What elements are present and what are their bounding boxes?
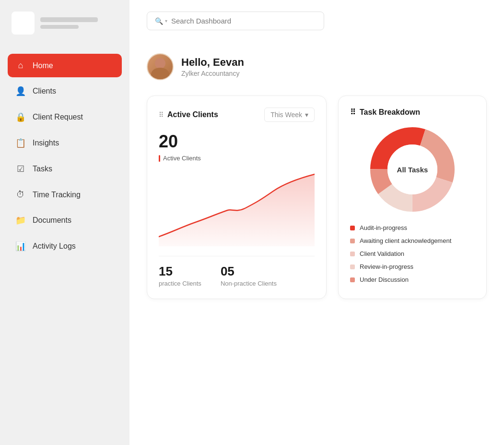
- client-request-icon: 🔒: [15, 112, 26, 122]
- main-content: 🔍 ▾ Hello, Eevan Zylker Accountancy ⠿ Ac: [129, 0, 504, 445]
- sidebar-item-clients[interactable]: 👤 Clients: [8, 79, 122, 103]
- sidebar-item-label: Documents: [33, 216, 71, 225]
- legend-item: Client Validation: [350, 250, 475, 257]
- sidebar: ⌂ Home 👤 Clients 🔒 Client Request 📋 Insi…: [0, 0, 129, 445]
- sidebar-item-label: Client Request: [33, 113, 83, 121]
- legend-label: Audit-in-progress: [360, 224, 407, 231]
- non-practice-clients-stat: 05 Non-practice Clients: [221, 264, 277, 287]
- week-label: This Week: [270, 111, 302, 119]
- donut-chart-wrap: All Tasks: [350, 126, 475, 213]
- practice-label: practice Clients: [159, 280, 201, 287]
- card-title-row: ⠿ Active Clients: [159, 110, 218, 119]
- search-input[interactable]: [171, 17, 316, 25]
- clients-icon: 👤: [15, 86, 26, 96]
- logo-text: [40, 17, 98, 29]
- task-card-title: ⠿ Task Breakdown: [350, 108, 475, 117]
- cards-row: ⠿ Active Clients This Week ▾ 20 Active C…: [147, 96, 487, 299]
- sidebar-item-label: Tasks: [33, 165, 52, 173]
- search-dropdown-icon: ▾: [165, 18, 167, 24]
- sidebar-item-label: Insights: [33, 139, 59, 147]
- practice-count: 15: [159, 264, 201, 279]
- avatar: [147, 53, 174, 80]
- active-clients-title: Active Clients: [167, 110, 218, 119]
- active-clients-label: Active Clients: [159, 155, 315, 162]
- legend-dot: [350, 277, 355, 282]
- header: 🔍 ▾: [129, 0, 504, 42]
- tasks-icon: ☑: [15, 164, 26, 174]
- legend-dot: [350, 252, 355, 256]
- sidebar-item-client-request[interactable]: 🔒 Client Request: [8, 105, 122, 129]
- practice-clients-stat: 15 practice Clients: [159, 264, 201, 287]
- search-icon: 🔍: [155, 17, 163, 25]
- sidebar-logo: [8, 12, 122, 35]
- greeting-row: Hello, Eevan Zylker Accountancy: [147, 53, 487, 80]
- week-selector[interactable]: This Week ▾: [264, 108, 315, 122]
- sidebar-item-label: Clients: [33, 87, 56, 96]
- legend-item: Review-in-progress: [350, 263, 475, 270]
- greeting-company: Zylker Accountancy: [181, 70, 244, 77]
- sidebar-item-home[interactable]: ⌂ Home: [8, 54, 122, 77]
- legend-label: Client Validation: [360, 250, 404, 257]
- insights-icon: 📋: [15, 138, 26, 148]
- sidebar-item-documents[interactable]: 📁 Documents: [8, 208, 122, 232]
- legend-item: Under Discussion: [350, 276, 475, 283]
- bottom-stats: 15 practice Clients 05 Non-practice Clie…: [159, 256, 315, 287]
- line-chart: [159, 169, 315, 246]
- card-header: ⠿ Active Clients This Week ▾: [159, 108, 315, 122]
- sidebar-item-time-tracking[interactable]: ⏱ Time Tracking: [8, 183, 122, 206]
- greeting-name: Hello, Eevan: [181, 56, 244, 69]
- legend-item: Audit-in-progress: [350, 224, 475, 231]
- sidebar-item-label: Time Tracking: [33, 191, 81, 199]
- legend-label: Awaiting client acknowledgement: [360, 237, 451, 244]
- sidebar-item-label: Home: [33, 61, 53, 70]
- search-bar[interactable]: 🔍 ▾: [147, 12, 324, 30]
- legend-label: Under Discussion: [360, 276, 409, 283]
- donut-chart: All Tasks: [369, 126, 456, 213]
- activity-logs-icon: 📊: [15, 241, 26, 252]
- legend-dot: [350, 226, 355, 230]
- sidebar-item-tasks[interactable]: ☑ Tasks: [8, 157, 122, 181]
- home-icon: ⌂: [15, 60, 26, 71]
- sidebar-item-activity-logs[interactable]: 📊 Activity Logs: [8, 234, 122, 258]
- content-area: Hello, Eevan Zylker Accountancy ⠿ Active…: [129, 42, 504, 445]
- task-legend: Audit-in-progress Awaiting client acknow…: [350, 224, 475, 283]
- non-practice-count: 05: [221, 264, 277, 279]
- greeting-text: Hello, Eevan Zylker Accountancy: [181, 56, 244, 77]
- legend-item: Awaiting client acknowledgement: [350, 237, 475, 244]
- red-indicator: [159, 155, 160, 162]
- logo-box: [12, 12, 35, 35]
- task-breakdown-card: ⠿ Task Breakdown: [338, 96, 487, 299]
- legend-label: Review-in-progress: [360, 263, 413, 270]
- sidebar-item-insights[interactable]: 📋 Insights: [8, 131, 122, 155]
- legend-dot: [350, 265, 355, 269]
- active-clients-card: ⠿ Active Clients This Week ▾ 20 Active C…: [147, 96, 327, 299]
- active-clients-count: 20: [159, 132, 315, 152]
- documents-icon: 📁: [15, 215, 26, 226]
- task-grid-icon: ⠿: [350, 108, 356, 117]
- sidebar-item-label: Activity Logs: [33, 242, 76, 251]
- donut-label: All Tasks: [397, 166, 428, 174]
- search-icon-wrap: 🔍 ▾: [155, 17, 167, 25]
- dropdown-icon: ▾: [305, 111, 308, 119]
- grid-icon: ⠿: [159, 111, 164, 119]
- non-practice-label: Non-practice Clients: [221, 280, 277, 287]
- legend-dot: [350, 239, 355, 243]
- time-tracking-icon: ⏱: [15, 190, 26, 200]
